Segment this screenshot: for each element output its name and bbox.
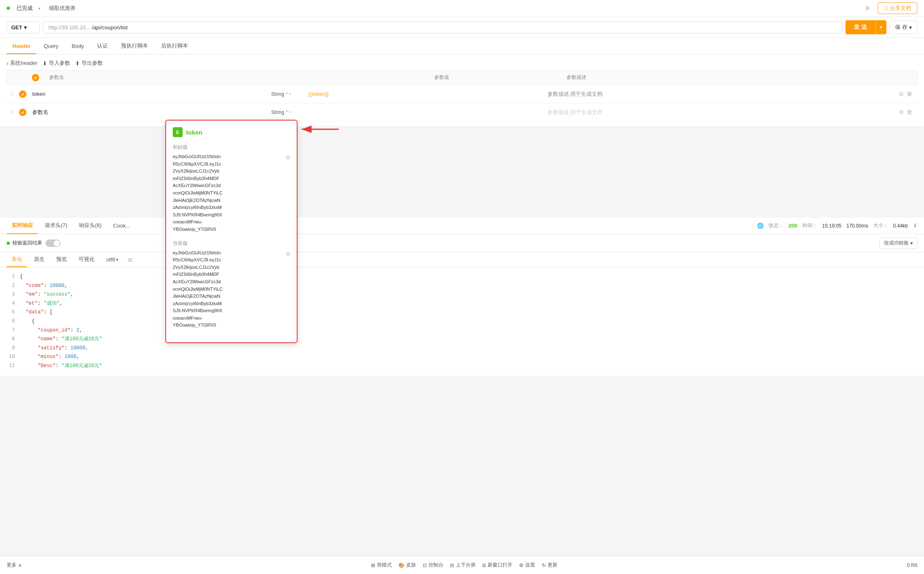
token-popup: E token 初始值 eyJhbGciOiJIUzI1NiIsIn R5cCI… [165, 120, 298, 343]
json-line-1: 1 { [7, 273, 917, 282]
send-arrow-icon[interactable]: ▾ [876, 21, 886, 33]
import-icon: ⬇ [43, 60, 47, 66]
import-params-button[interactable]: ⬇ 导入参数 [43, 59, 70, 67]
row-name-1[interactable]: token [29, 91, 268, 97]
code-tab-preview[interactable]: 预览 [51, 252, 72, 267]
validate-button[interactable]: 按成功校验 ▾ [879, 237, 917, 249]
row-type-2: String * ▾ [268, 109, 305, 115]
tab-pre-script[interactable]: 预执行脚本 [115, 38, 154, 55]
delete-icon-1[interactable]: 🗑 [907, 90, 912, 97]
tab-auth[interactable]: 认证 [91, 38, 114, 55]
save-chevron: ▾ [909, 24, 912, 31]
validate-label: 校验返回结果 [12, 240, 42, 247]
row-desc-1[interactable]: 参数描述,用于生成文档 [544, 90, 899, 98]
table-row: ⠿ token String * ▾ {{token}} 参数描述,用于生成文档… [7, 85, 917, 103]
code-view-tabs: 美化 原生 预览 可视化 utf8 ▾ ⧉ [0, 252, 924, 268]
json-line-9: 9 "satisfy": 10000, [7, 344, 917, 353]
tab-cookies[interactable]: Cook... [108, 218, 135, 234]
list-icon[interactable]: ≡ [866, 5, 869, 12]
json-line-4: 4 "et": "成功", [7, 299, 917, 308]
token-initial-section: 初始值 eyJhbGciOiJIUzI1NiIsIn R5cCI6IkpXVCJ… [173, 144, 290, 233]
copy-icon-1[interactable]: ⧉ [899, 90, 903, 97]
token-current-section: 当前值 eyJhbGciOiJIUzI1NiIsIn R5cCI6IkpXVCJ… [173, 240, 290, 330]
save-button[interactable]: 保 存 ▾ [890, 21, 917, 34]
validate-toggle[interactable] [45, 240, 60, 247]
copy-current-icon[interactable]: ⧉ [286, 250, 290, 257]
status-label: 已完成 [17, 5, 33, 12]
row-actions-2: ⧉ 🗑 [899, 109, 917, 116]
json-line-6: 6 { [7, 317, 917, 326]
token-name-label: token [186, 129, 202, 136]
current-value: eyJhbGciOiJIUzI1NiIsIn R5cCI6IkpXVCJ9.ey… [173, 249, 283, 330]
utf8-chevron[interactable]: ▾ [116, 257, 118, 262]
col-header-type [284, 71, 321, 85]
response-tabs: 实时响应 请求头(7) 响应头(8) Cook... 🌐 状态： 200 时间：… [0, 218, 924, 234]
code-tab-utf8[interactable]: utf8 ▾ [101, 253, 123, 267]
json-area: 1 { 2 "code": 10000, 3 "em": "success", … [0, 268, 924, 376]
share-label: 分享文档 [890, 5, 911, 12]
method-select[interactable]: GET ▾ [7, 21, 40, 33]
export-params-button[interactable]: ⬆ 导出参数 [75, 59, 103, 67]
code-tab-visual[interactable]: 可视化 [74, 252, 100, 267]
col-header-name: 参数名 [44, 71, 284, 85]
tab-query[interactable]: Query [38, 39, 64, 54]
share-icon: ⬡ [884, 5, 888, 11]
row-desc-2[interactable]: 参数描述,用于生成文档 [544, 109, 899, 116]
copy-initial-icon[interactable]: ⧉ [286, 154, 290, 161]
response-status-area: 🌐 状态： 200 时间： 15:19:05 170.00ms 大小： 0.44… [757, 222, 917, 229]
initial-value: eyJhbGciOiJIUzI1NiIsIn R5cCI6IkpXVCJ9.ey… [173, 153, 283, 233]
toggle-thumb [54, 240, 60, 246]
initial-value-row: eyJhbGciOiJIUzI1NiIsIn R5cCI6IkpXVCJ9.ey… [173, 153, 290, 233]
share-button[interactable]: ⬡ 分享文档 [878, 2, 917, 14]
drag-handle[interactable]: ⠿ [7, 91, 17, 97]
status-chevron[interactable]: ▾ [38, 6, 40, 11]
code-tab-pretty[interactable]: 美化 [7, 252, 27, 267]
download-icon[interactable]: ⬇ [913, 223, 917, 229]
params-header: › 系统header ⬇ 导入参数 ⬆ 导出参数 [7, 59, 917, 67]
response-section: 实时响应 请求头(7) 响应头(8) Cook... 🌐 状态： 200 时间：… [0, 218, 924, 376]
row-checkbox-2[interactable] [17, 109, 29, 116]
top-bar: 已完成 ▾ 领取优惠券 ≡ ⬡ 分享文档 [0, 0, 924, 17]
duration-value: 170.00ms [846, 223, 868, 229]
row-checkbox-1[interactable] [17, 90, 29, 98]
json-line-5: 5 "data": [ [7, 308, 917, 317]
col-header-value: 参数值 [321, 71, 562, 85]
row-value-1[interactable]: {{token}} [305, 91, 544, 97]
url-display[interactable]: http://39.105.10... /api/coupon/list [43, 21, 842, 33]
sys-header-toggle[interactable]: › 系统header [7, 59, 38, 67]
url-bar: GET ▾ http://39.105.10... /api/coupon/li… [0, 17, 924, 38]
size-value: 0.44kb [893, 223, 908, 229]
tab-realtime[interactable]: 实时响应 [7, 218, 38, 234]
tab-request-headers[interactable]: 请求头(7) [40, 218, 72, 234]
copy-code-icon[interactable]: ⧉ [128, 256, 132, 263]
header-checkbox[interactable] [32, 74, 39, 81]
send-button[interactable]: 发 送 ▾ [845, 20, 886, 34]
delete-icon-2[interactable]: 🗑 [907, 109, 912, 116]
validate-bar: 校验返回结果 按成功校验 ▾ [0, 234, 924, 252]
url-path: /api/coupon/list [92, 24, 128, 31]
row-name-2[interactable]: 参数名 [29, 109, 268, 116]
tab-body[interactable]: Body [66, 39, 90, 54]
initial-label: 初始值 [173, 144, 290, 151]
row-type-1: String * ▾ [268, 91, 305, 97]
method-chevron: ▾ [24, 24, 27, 31]
main-tabs: Header Query Body 认证 预执行脚本 后执行脚本 [0, 38, 924, 55]
current-label: 当前值 [173, 240, 290, 247]
code-tab-raw[interactable]: 原生 [29, 252, 50, 267]
sys-header-label: 系统header [10, 59, 37, 67]
params-section: › 系统header ⬇ 导入参数 ⬆ 导出参数 参数名 参数值 参 [0, 55, 924, 127]
tab-response-headers[interactable]: 响应头(8) [74, 218, 107, 234]
token-icon: E [173, 127, 183, 137]
tab-header[interactable]: Header [7, 39, 36, 54]
json-line-2: 2 "code": 10000, [7, 282, 917, 291]
tab-post-script[interactable]: 后执行脚本 [155, 38, 194, 55]
copy-icon-2[interactable]: ⧉ [899, 109, 903, 116]
export-icon: ⬆ [75, 60, 80, 66]
current-value-row: eyJhbGciOiJIUzI1NiIsIn R5cCI6IkpXVCJ9.ey… [173, 249, 290, 330]
table-header: 参数名 参数值 参数描述 [7, 70, 917, 85]
coupon-label: 领取优惠券 [49, 5, 76, 12]
json-line-11: 11 "Desc": "满100元减10元" [7, 362, 917, 371]
json-line-3: 3 "em": "success", [7, 290, 917, 299]
drag-handle-2[interactable]: ⠿ [7, 109, 17, 115]
col-header-desc: 参数描述 [562, 71, 917, 85]
